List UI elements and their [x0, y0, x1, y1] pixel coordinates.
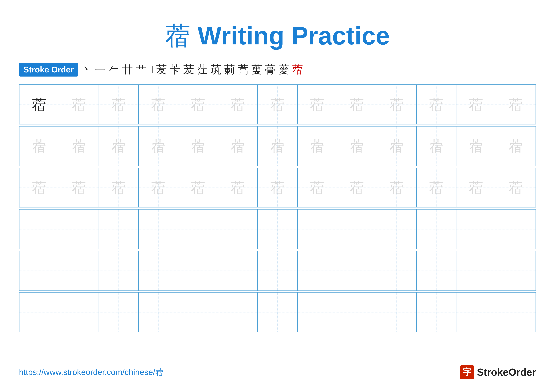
- grid-cell[interactable]: [496, 292, 536, 332]
- grid-cell[interactable]: 蓿: [496, 168, 536, 207]
- grid-cell[interactable]: [456, 251, 496, 291]
- grid-cell[interactable]: [337, 209, 377, 249]
- grid-cell[interactable]: 蓿: [139, 168, 178, 207]
- grid-cell[interactable]: 蓿: [19, 85, 59, 124]
- grid-cell[interactable]: [456, 292, 496, 332]
- grid-cell[interactable]: [218, 251, 258, 291]
- practice-char: 蓿: [151, 98, 166, 112]
- grid-cell[interactable]: 蓿: [19, 126, 59, 166]
- grid-cell[interactable]: 蓿: [59, 126, 99, 166]
- grid-cell[interactable]: 蓿: [297, 126, 337, 166]
- grid-cell[interactable]: [416, 251, 456, 291]
- grid-cell[interactable]: [59, 209, 99, 249]
- grid-cell[interactable]: 蓿: [416, 126, 456, 166]
- grid-cell[interactable]: 蓿: [99, 85, 139, 124]
- grid-cell[interactable]: 蓿: [377, 168, 416, 207]
- grid-cell[interactable]: 蓿: [99, 168, 139, 207]
- grid-cell[interactable]: 蓿: [416, 168, 456, 207]
- grid-cell[interactable]: [456, 209, 496, 249]
- grid-cell[interactable]: 蓿: [218, 168, 258, 207]
- practice-char: 蓿: [429, 98, 444, 112]
- stroke-final: 蓿: [292, 64, 303, 75]
- grid-cell[interactable]: [377, 292, 416, 332]
- grid-cell[interactable]: [297, 251, 337, 291]
- logo-text: StrokeOrder: [477, 366, 536, 378]
- stroke-order-row: Stroke Order 丶 一 𠂉 廿 艹 𠦄 苃 苄 茇 茳 茿 莿 蒿 蓃…: [19, 63, 536, 77]
- practice-char: 蓿: [310, 139, 324, 153]
- grid-cell[interactable]: 蓿: [218, 126, 258, 166]
- grid-cell[interactable]: [496, 251, 536, 291]
- practice-char: 蓿: [389, 139, 404, 153]
- practice-char: 蓿: [469, 181, 483, 195]
- grid-cell[interactable]: 蓿: [258, 126, 297, 166]
- practice-char: 蓿: [191, 98, 205, 112]
- grid-cell[interactable]: 蓿: [377, 85, 416, 124]
- grid-cell[interactable]: 蓿: [456, 126, 496, 166]
- grid-cell[interactable]: 蓿: [297, 168, 337, 207]
- grid-cell[interactable]: [99, 292, 139, 332]
- grid-cell[interactable]: [19, 251, 59, 291]
- stroke-16: 蓌: [279, 64, 289, 75]
- grid-cell[interactable]: 蓿: [337, 168, 377, 207]
- grid-cell[interactable]: [297, 292, 337, 332]
- grid-cell[interactable]: 蓿: [377, 126, 416, 166]
- grid-cell[interactable]: 蓿: [297, 85, 337, 124]
- practice-char: 蓿: [32, 139, 46, 153]
- grid-cell[interactable]: [59, 251, 99, 291]
- grid-cell[interactable]: [337, 251, 377, 291]
- grid-cell[interactable]: [337, 292, 377, 332]
- grid-cell[interactable]: [496, 209, 536, 249]
- grid-cell[interactable]: 蓿: [19, 168, 59, 207]
- practice-char: 蓿: [72, 181, 86, 195]
- grid-cell[interactable]: 蓿: [139, 126, 178, 166]
- grid-cell[interactable]: [139, 292, 178, 332]
- grid-cell[interactable]: 蓿: [178, 168, 218, 207]
- stroke-1: 丶: [81, 64, 92, 75]
- grid-cell[interactable]: [19, 292, 59, 332]
- grid-cell[interactable]: [377, 209, 416, 249]
- grid-cell[interactable]: 蓿: [99, 126, 139, 166]
- grid-cell[interactable]: 蓿: [178, 85, 218, 124]
- grid-cell[interactable]: [99, 209, 139, 249]
- grid-cell[interactable]: [178, 251, 218, 291]
- practice-char: 蓿: [151, 139, 166, 153]
- grid-cell[interactable]: [258, 209, 297, 249]
- grid-cell[interactable]: 蓿: [456, 85, 496, 124]
- grid-cell[interactable]: [59, 292, 99, 332]
- grid-cell[interactable]: 蓿: [337, 126, 377, 166]
- grid-cell[interactable]: [416, 292, 456, 332]
- grid-cell[interactable]: 蓿: [59, 168, 99, 207]
- grid-cell[interactable]: [416, 209, 456, 249]
- grid-cell[interactable]: 蓿: [416, 85, 456, 124]
- grid-cell[interactable]: [178, 292, 218, 332]
- grid-cell[interactable]: 蓿: [337, 85, 377, 124]
- stroke-9: 茇: [183, 64, 194, 75]
- grid-cell[interactable]: [377, 251, 416, 291]
- grid-cell[interactable]: [218, 292, 258, 332]
- grid-cell[interactable]: 蓿: [59, 85, 99, 124]
- grid-cell[interactable]: 蓿: [139, 85, 178, 124]
- grid-cell[interactable]: [258, 251, 297, 291]
- grid-cell[interactable]: [139, 251, 178, 291]
- grid-cell[interactable]: 蓿: [178, 126, 218, 166]
- practice-grid: 蓿蓿蓿蓿蓿蓿蓿蓿蓿蓿蓿蓿蓿蓿蓿蓿蓿蓿蓿蓿蓿蓿蓿蓿蓿蓿蓿蓿蓿蓿蓿蓿蓿蓿蓿蓿蓿蓿蓿: [19, 85, 536, 334]
- grid-cell[interactable]: 蓿: [456, 168, 496, 207]
- grid-cell[interactable]: [218, 209, 258, 249]
- grid-cell[interactable]: [258, 292, 297, 332]
- grid-cell[interactable]: 蓿: [258, 85, 297, 124]
- footer-logo: 字 StrokeOrder: [460, 365, 536, 379]
- grid-cell[interactable]: [139, 209, 178, 249]
- grid-cell[interactable]: 蓿: [218, 85, 258, 124]
- practice-char: 蓿: [389, 98, 404, 112]
- logo-icon: 字: [460, 365, 474, 379]
- grid-cell[interactable]: [99, 251, 139, 291]
- footer-url[interactable]: https://www.strokeorder.com/chinese/蓿: [19, 367, 163, 378]
- practice-char: 蓿: [389, 181, 404, 195]
- grid-cell[interactable]: [297, 209, 337, 249]
- grid-cell[interactable]: [178, 209, 218, 249]
- grid-cell[interactable]: 蓿: [496, 85, 536, 124]
- practice-char: 蓿: [231, 139, 245, 153]
- grid-cell[interactable]: 蓿: [258, 168, 297, 207]
- grid-cell[interactable]: 蓿: [496, 126, 536, 166]
- grid-cell[interactable]: [19, 209, 59, 249]
